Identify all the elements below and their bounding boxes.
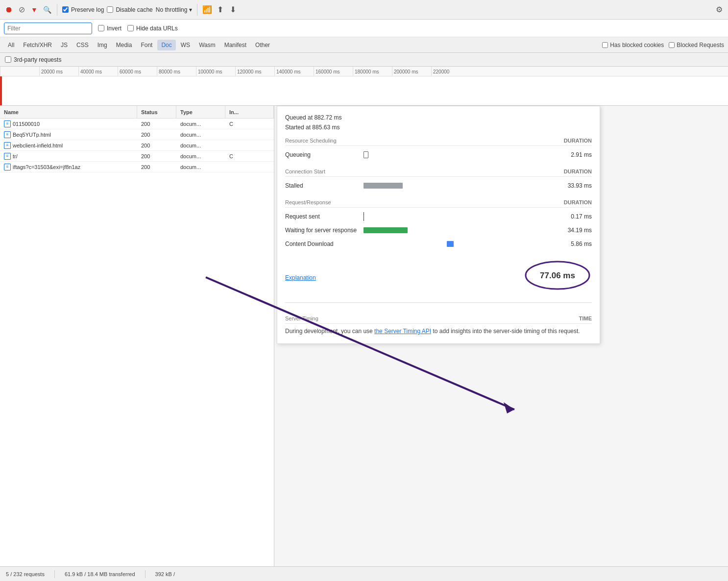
content-download-bar xyxy=(364,240,553,248)
table-row[interactable]: ≡ Beq5YUTp.html 200 docum... xyxy=(0,129,274,140)
request-sent-label: Request sent xyxy=(285,213,364,220)
status-divider-1 xyxy=(54,570,55,578)
waiting-value: 34.19 ms xyxy=(553,227,592,234)
timing-panel: Queued at 882.72 ms Started at 885.63 ms… xyxy=(277,106,600,344)
total-time-container: 77.06 ms xyxy=(523,257,592,292)
tab-css[interactable]: CSS xyxy=(73,40,93,50)
status-requests: 5 / 232 requests xyxy=(6,571,45,577)
stalled-value: 33.93 ms xyxy=(553,182,592,189)
download-icon[interactable]: ⬇ xyxy=(228,5,238,15)
td-status-2: 200 xyxy=(137,143,176,148)
search-icon[interactable]: 🔍 xyxy=(42,5,52,15)
queueing-value: 2.91 ms xyxy=(553,151,592,158)
table-row[interactable]: ≡ iftags?c=31503&exi=jf8n1az 200 docum..… xyxy=(0,162,274,172)
queued-at: Queued at 882.72 ms xyxy=(285,114,592,121)
has-blocked-cookies-checkbox[interactable]: Has blocked cookies xyxy=(602,42,664,48)
upload-icon[interactable]: ⬆ xyxy=(215,5,225,15)
tab-all[interactable]: All xyxy=(4,40,18,50)
ruler-mark-2: 40000 ms xyxy=(78,67,102,76)
main-content: Name Status Type In... ≡ 011500010 200 d… xyxy=(0,106,728,566)
table-row[interactable]: ≡ tr/ 200 docum... C xyxy=(0,151,274,162)
filter-icon[interactable]: ▼ xyxy=(29,5,39,15)
request-sent-value: 0.17 ms xyxy=(553,213,592,220)
td-name-2: ≡ webclient-infield.html xyxy=(0,142,137,149)
hide-data-urls-checkbox[interactable]: Hide data URLs xyxy=(127,25,178,32)
tab-manifest[interactable]: Manifest xyxy=(220,40,250,50)
tab-img[interactable]: Img xyxy=(94,40,111,50)
content-download-value: 5.86 ms xyxy=(553,241,592,247)
td-init-3: C xyxy=(225,153,274,159)
tab-js[interactable]: JS xyxy=(57,40,72,50)
server-timing-description: During development, you can use the Serv… xyxy=(285,327,592,336)
settings-icon[interactable]: ⚙ xyxy=(714,5,724,15)
tab-wasm[interactable]: Wasm xyxy=(195,40,219,50)
request-response-title: Request/Response xyxy=(285,199,331,205)
request-sent-row: Request sent 0.17 ms xyxy=(285,210,592,223)
queueing-label: Queueing xyxy=(285,151,364,158)
td-name-4: ≡ iftags?c=31503&exi=jf8n1az xyxy=(0,164,137,170)
td-type-2: docum... xyxy=(176,143,225,148)
server-timing-api-link[interactable]: the Server Timing API xyxy=(374,328,431,335)
td-name-3: ≡ tr/ xyxy=(0,153,137,160)
explanation-link[interactable]: Explanation xyxy=(285,274,316,281)
td-name-1: ≡ Beq5YUTp.html xyxy=(0,131,137,138)
divider xyxy=(57,4,57,16)
tab-other[interactable]: Other xyxy=(251,40,274,50)
ruler-mark-1: 20000 ms xyxy=(39,67,63,76)
third-party-row: 3rd-party requests xyxy=(0,53,728,67)
tab-font[interactable]: Font xyxy=(137,40,156,50)
tab-ws[interactable]: WS xyxy=(177,40,194,50)
doc-icon: ≡ xyxy=(4,121,11,127)
server-timing-section: Server Timing TIME During development, y… xyxy=(285,302,592,336)
queueing-bar-visual xyxy=(364,151,368,158)
ruler-mark-10: 200000 ms xyxy=(392,67,418,76)
content-download-bar-visual xyxy=(447,241,454,247)
td-type-0: docum... xyxy=(176,121,225,127)
third-party-checkbox[interactable]: 3rd-party requests xyxy=(5,56,61,63)
resource-scheduling-header: Resource Scheduling DURATION xyxy=(285,138,592,146)
td-status-0: 200 xyxy=(137,121,176,127)
ruler-mark-5: 100000 ms xyxy=(196,67,222,76)
resource-scheduling-duration-label: DURATION xyxy=(564,138,592,144)
request-response-header: Request/Response DURATION xyxy=(285,199,592,208)
filter-bar: Invert Hide data URLs xyxy=(0,20,728,37)
preserve-log-checkbox[interactable]: Preserve log xyxy=(62,6,104,13)
tab-doc[interactable]: Doc xyxy=(157,40,175,50)
server-timing-title: Server Timing xyxy=(285,315,318,321)
wifi-icon[interactable]: 📶 xyxy=(202,5,212,15)
table-row[interactable]: ≡ 011500010 200 docum... C xyxy=(0,119,274,129)
ruler-mark-4: 80000 ms xyxy=(157,67,180,76)
stop-icon[interactable]: ⏺ xyxy=(4,5,14,15)
total-time-text: 77.06 ms xyxy=(540,271,575,280)
ruler-mark-11: 220000 xyxy=(431,67,449,76)
status-transferred: 61.9 kB / 18.4 MB transferred xyxy=(65,571,135,577)
explanation-total-row: Explanation 77.06 ms xyxy=(285,257,592,292)
th-type: Type xyxy=(176,106,225,118)
waiting-label: Waiting for server response xyxy=(285,227,364,234)
divider2 xyxy=(197,4,197,16)
invert-checkbox[interactable]: Invert xyxy=(98,25,121,32)
td-name-0: ≡ 011500010 xyxy=(0,121,137,127)
td-type-4: docum... xyxy=(176,164,225,170)
clear-icon[interactable]: ⊘ xyxy=(17,5,26,15)
doc-icon: ≡ xyxy=(4,142,11,149)
request-sent-bar xyxy=(364,213,553,220)
doc-icon: ≡ xyxy=(4,153,11,160)
waiting-row: Waiting for server response 34.19 ms xyxy=(285,223,592,237)
svg-marker-2 xyxy=(504,402,514,413)
td-type-1: docum... xyxy=(176,132,225,138)
connection-start-duration-label: DURATION xyxy=(564,169,592,174)
td-status-1: 200 xyxy=(137,132,176,138)
tab-fetch-xhr[interactable]: Fetch/XHR xyxy=(19,40,56,50)
connection-start-title: Connection Start xyxy=(285,169,325,174)
status-divider-2 xyxy=(145,570,146,578)
content-download-label: Content Download xyxy=(285,241,364,247)
throttle-select[interactable]: No throttling ▾ xyxy=(156,6,193,13)
disable-cache-checkbox[interactable]: Disable cache xyxy=(107,6,152,13)
filter-input[interactable] xyxy=(4,23,92,34)
tab-media[interactable]: Media xyxy=(112,40,136,50)
table-row[interactable]: ≡ webclient-infield.html 200 docum... xyxy=(0,140,274,151)
blocked-requests-checkbox[interactable]: Blocked Requests xyxy=(669,42,724,48)
doc-icon: ≡ xyxy=(4,164,11,170)
server-timing-time-label: TIME xyxy=(579,315,592,321)
